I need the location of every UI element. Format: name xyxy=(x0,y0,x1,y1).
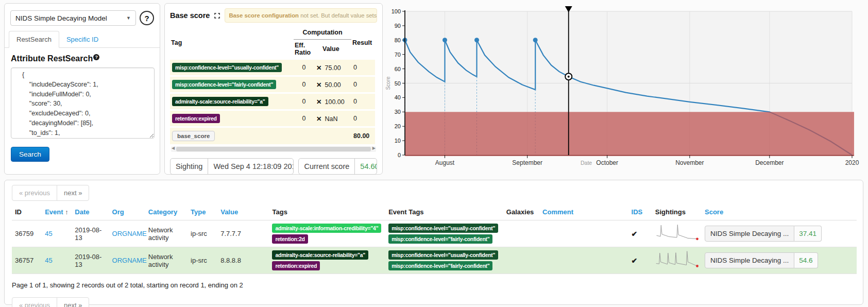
svg-text:Score: Score xyxy=(385,76,391,90)
tab-restsearch[interactable]: RestSearch xyxy=(9,31,59,48)
col-header-comment[interactable]: Comment xyxy=(539,204,628,220)
event-tag-badge: misp:confidence-level="usually-confident… xyxy=(388,224,498,233)
score-group[interactable]: NIDS Simple Decaying ... 54.6 xyxy=(705,252,818,268)
score-group[interactable]: NIDS Simple Decaying ... 37.41 xyxy=(705,226,822,242)
pagination-summary: Page 1 of 1, showing 2 records out of 2 … xyxy=(12,281,863,289)
svg-text:Date: Date xyxy=(581,160,592,166)
misp-decaying-models-page: { "colors": { "accent_blue": "#2795d9", … xyxy=(0,0,868,307)
sightings-sparkline xyxy=(655,251,699,270)
svg-text:100: 100 xyxy=(392,8,401,14)
next-page-button[interactable]: next » xyxy=(57,297,89,307)
tag-badge: admiralty-scale:source-reliability="a" xyxy=(172,97,268,106)
help-button[interactable]: ? xyxy=(140,11,154,25)
previous-page-button[interactable]: « previous xyxy=(12,185,57,201)
col-header-value: Value xyxy=(314,40,351,59)
event-tag-badge: misp:confidence-level="fairly-confident" xyxy=(388,234,492,244)
svg-text:November: November xyxy=(675,159,704,166)
col-header-score[interactable]: Score xyxy=(702,204,857,220)
col-header-sightings: Sightings xyxy=(652,204,702,220)
col-header-type[interactable]: Type xyxy=(188,204,217,220)
base-score-row: retention:expired 0 ✕NaN 0 xyxy=(170,110,375,127)
sighting-date: Wed Sep 4 12:18:09 2019 xyxy=(208,159,294,174)
base-score-panel: Base score Base score configuration not … xyxy=(164,3,383,175)
decaying-model-selected: NIDS Simple Decaying Model xyxy=(15,14,107,22)
multiply-icon: ✕ xyxy=(316,81,321,89)
current-score-value: 54.60 xyxy=(354,159,377,174)
attribute-results-panel: « previous next » ID Event ↑ Date Org Ca… xyxy=(4,180,863,305)
col-header-org[interactable]: Org xyxy=(109,204,145,220)
multiply-icon: ✕ xyxy=(316,115,321,123)
event-link[interactable]: 45 xyxy=(45,257,52,264)
decay-score-chart: 0102030405060708090100AugustSeptemberOct… xyxy=(384,3,865,176)
svg-text:50: 50 xyxy=(395,80,401,87)
col-header-eff-ratio: Eff. Ratio xyxy=(294,40,314,59)
attributes-table: ID Event ↑ Date Org Category Type Value … xyxy=(12,204,857,274)
search-button[interactable]: Search xyxy=(11,147,49,162)
chevron-down-icon: ▼ xyxy=(126,15,131,21)
col-header-date[interactable]: Date xyxy=(72,204,109,220)
tag-badge: retention:expired xyxy=(172,114,220,123)
scrollbar-thumb[interactable] xyxy=(176,147,371,151)
event-link[interactable]: 45 xyxy=(45,230,52,237)
svg-text:10: 10 xyxy=(395,138,401,144)
decaying-model-select[interactable]: NIDS Simple Decaying Model ▼ xyxy=(10,10,136,26)
restsearch-title: Attribute RestSearch? xyxy=(5,48,160,67)
event-tag-badge: misp:confidence-level="usually-confident… xyxy=(388,250,498,260)
scroll-left-icon[interactable]: ◀ xyxy=(172,146,175,150)
ids-check-icon: ✔ xyxy=(632,230,638,238)
previous-page-button[interactable]: « previous xyxy=(12,297,57,307)
svg-text:70: 70 xyxy=(395,52,401,58)
col-header-galaxies: Galaxies xyxy=(503,204,539,220)
next-page-button[interactable]: next » xyxy=(57,185,89,201)
base-score-row: admiralty-scale:source-reliability="a" 0… xyxy=(170,93,375,110)
svg-text:60: 60 xyxy=(395,66,401,72)
pagination-bottom: « previous next » xyxy=(12,297,89,307)
base-score-title: Base score xyxy=(170,11,210,20)
base-score-badge: base_score xyxy=(172,131,215,141)
cell-comment xyxy=(539,220,628,247)
score-model-name: NIDS Simple Decaying ... xyxy=(705,252,794,268)
tag-badge: admiralty-scale:information-credibility=… xyxy=(272,224,381,233)
current-score-label: Current score xyxy=(299,159,354,174)
org-link[interactable]: ORGNAME xyxy=(112,230,147,237)
tab-specific-id[interactable]: Specific ID xyxy=(59,31,106,47)
score-model-name: NIDS Simple Decaying ... xyxy=(705,226,794,242)
cell-date: 2019-08-13 xyxy=(72,247,109,274)
cell-galaxies xyxy=(503,247,539,274)
title-help-icon[interactable]: ? xyxy=(93,54,99,60)
decay-chart-svg[interactable]: 0102030405060708090100AugustSeptemberOct… xyxy=(384,3,865,176)
svg-text:80: 80 xyxy=(395,37,401,43)
base-score-total-row: base_score 80.00 xyxy=(170,127,375,145)
svg-text:90: 90 xyxy=(395,23,401,29)
model-config-panel: NIDS Simple Decaying Model ▼ ? RestSearc… xyxy=(4,3,160,175)
col-header-value[interactable]: Value xyxy=(217,204,269,220)
search-tab-bar: RestSearch Specific ID xyxy=(5,29,160,48)
expand-icon[interactable] xyxy=(214,12,220,19)
cell-id: 36757 xyxy=(12,247,42,274)
col-header-event[interactable]: Event ↑ xyxy=(42,204,72,220)
tag-badge: retention:expired xyxy=(272,261,320,270)
base-score-row: misp:confidence-level="usually-confident… xyxy=(170,59,375,76)
col-header-ids[interactable]: IDS xyxy=(628,204,652,220)
scroll-right-icon[interactable]: ▶ xyxy=(372,146,376,150)
cell-type: ip-src xyxy=(188,220,217,247)
sort-arrow-icon: ↑ xyxy=(65,208,69,216)
cell-galaxies xyxy=(503,220,539,247)
cell-date: 2019-08-13 xyxy=(72,220,109,247)
svg-text:40: 40 xyxy=(395,94,401,100)
cell-comment xyxy=(539,247,628,274)
org-link[interactable]: ORGNAME xyxy=(112,257,147,264)
tag-badge: admiralty-scale:source-reliability="a" xyxy=(272,250,368,260)
col-header-category[interactable]: Category xyxy=(145,204,188,220)
base-score-table: Tag Computation Result Eff. Ratio Value … xyxy=(170,27,375,144)
svg-text:October: October xyxy=(596,159,618,166)
score-value: 37.41 xyxy=(794,226,822,242)
cell-id: 36759 xyxy=(12,220,42,247)
multiply-icon: ✕ xyxy=(316,64,321,72)
svg-text:2020: 2020 xyxy=(845,159,859,166)
sighting-label: Sighting xyxy=(171,159,208,174)
restsearch-query-input[interactable]: { "includeDecayScore": 1, "includeFullMo… xyxy=(11,67,155,139)
cell-category: Network activity xyxy=(145,247,188,274)
horizontal-scrollbar[interactable]: ◀ ▶ xyxy=(171,146,376,152)
tag-badge: retention:2d xyxy=(272,234,308,244)
